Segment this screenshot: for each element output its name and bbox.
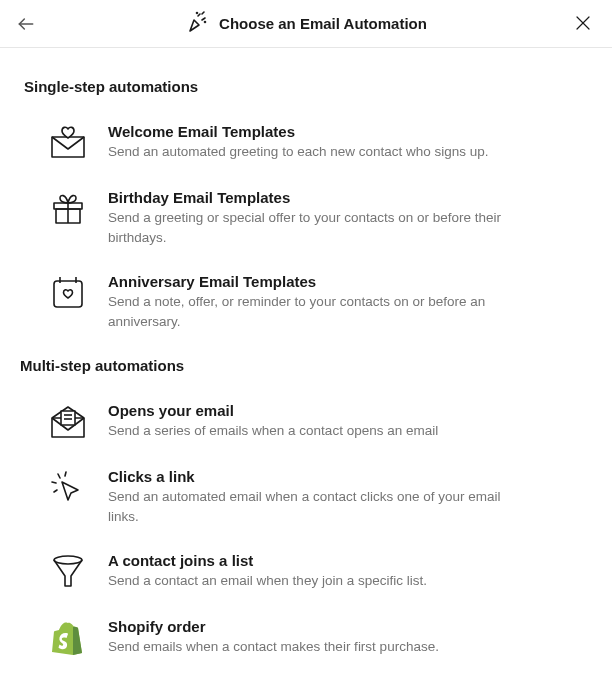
option-text: Clicks a link Send an automated email wh… [108,468,528,526]
shopify-icon [48,618,88,658]
gift-icon [48,189,88,229]
option-title: Birthday Email Templates [108,189,528,206]
calendar-heart-icon [48,273,88,313]
header-center: Choose an Email Automation [185,10,427,38]
option-anniversary[interactable]: Anniversary Email Templates Send a note,… [48,273,588,331]
option-desc: Send a greeting or special offer to your… [108,208,528,247]
option-title: Shopify order [108,618,528,635]
svg-point-23 [54,556,82,564]
svg-point-4 [205,21,206,22]
svg-line-22 [54,490,57,492]
svg-line-21 [65,472,66,476]
option-welcome[interactable]: Welcome Email Templates Send an automate… [48,123,588,163]
svg-line-19 [58,474,60,478]
option-title: Welcome Email Templates [108,123,528,140]
option-clicks-link[interactable]: Clicks a link Send an automated email wh… [48,468,588,526]
option-shopify-order[interactable]: Shopify order Send emails when a contact… [48,618,588,658]
close-button[interactable] [574,14,592,32]
cursor-click-icon [48,468,88,508]
option-joins-list[interactable]: A contact joins a list Send a contact an… [48,552,588,592]
section-multi-title: Multi-step automations [20,357,588,374]
option-opens-email[interactable]: Opens your email Send a series of emails… [48,402,588,442]
modal-content: Single-step automations Welcome Email Te… [0,48,612,658]
svg-line-20 [52,482,56,483]
modal-title: Choose an Email Automation [219,15,427,32]
open-envelope-icon [48,402,88,442]
option-title: Clicks a link [108,468,528,485]
option-title: Anniversary Email Templates [108,273,528,290]
option-text: A contact joins a list Send a contact an… [108,552,528,591]
option-text: Anniversary Email Templates Send a note,… [108,273,528,331]
svg-line-1 [198,14,200,16]
close-icon [574,14,592,32]
back-button[interactable] [16,14,36,34]
section-single-title: Single-step automations [24,78,588,95]
option-desc: Send a series of emails when a contact o… [108,421,528,441]
option-title: A contact joins a list [108,552,528,569]
party-popper-icon [185,10,209,38]
option-text: Opens your email Send a series of emails… [108,402,528,441]
envelope-heart-icon [48,123,88,163]
option-desc: Send an automated email when a contact c… [108,487,528,526]
option-title: Opens your email [108,402,528,419]
modal-header: Choose an Email Automation [0,0,612,48]
svg-rect-16 [61,411,75,425]
option-birthday[interactable]: Birthday Email Templates Send a greeting… [48,189,588,247]
option-desc: Send a note, offer, or reminder to your … [108,292,528,331]
single-step-list: Welcome Email Templates Send an automate… [24,123,588,331]
option-text: Welcome Email Templates Send an automate… [108,123,528,162]
option-desc: Send emails when a contact makes their f… [108,637,528,657]
multi-step-list: Opens your email Send a series of emails… [24,402,588,658]
funnel-icon [48,552,88,592]
svg-rect-12 [54,281,82,307]
svg-line-2 [202,18,205,20]
svg-line-3 [202,12,204,14]
arrow-left-icon [16,14,36,34]
option-desc: Send an automated greeting to each new c… [108,142,528,162]
option-text: Birthday Email Templates Send a greeting… [108,189,528,247]
option-text: Shopify order Send emails when a contact… [108,618,528,657]
svg-point-5 [197,12,198,13]
option-desc: Send a contact an email when they join a… [108,571,528,591]
